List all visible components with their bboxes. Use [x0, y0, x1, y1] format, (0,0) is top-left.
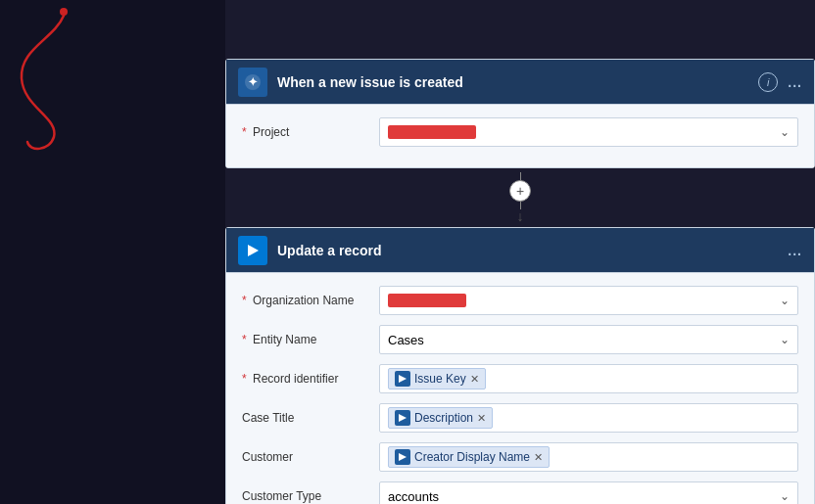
trigger-card-header: ✦ When a new issue is created i ... [226, 60, 814, 105]
description-tag-close[interactable]: ✕ [477, 413, 486, 424]
trigger-icon-svg: ✦ [244, 73, 262, 91]
description-tag: Description ✕ [388, 407, 493, 429]
issue-key-tag: Issue Key ✕ [388, 368, 486, 389]
trigger-header-actions: i ... [758, 72, 802, 92]
case-title-field[interactable]: Description ✕ [379, 403, 798, 433]
creator-display-name-tag-label: Creator Display Name [414, 450, 530, 464]
issue-key-tag-close[interactable]: ✕ [470, 374, 479, 385]
org-name-label: * Organization Name [242, 294, 379, 307]
entity-name-label: * Entity Name [242, 333, 379, 346]
org-name-chevron-icon: ⌄ [780, 294, 790, 307]
description-tag-label: Description [414, 411, 473, 425]
action-card-title: Update a record [277, 243, 788, 258]
entity-name-dropdown[interactable]: Cases ⌄ [379, 325, 798, 354]
issue-key-tag-icon [395, 371, 410, 387]
project-dropdown[interactable]: ⌄ [379, 117, 798, 147]
plus-icon: + [516, 183, 524, 199]
action-header-actions: ... [788, 243, 802, 258]
svg-marker-5 [399, 414, 407, 422]
arrow-icon: ↓ [517, 209, 524, 223]
record-identifier-row: * Record identifier Issue Key ✕ [242, 363, 798, 394]
customer-type-label: Customer Type [242, 489, 379, 503]
issue-key-tag-label: Issue Key [414, 372, 466, 386]
creator-display-name-tag: Creator Display Name ✕ [388, 446, 550, 468]
creator-display-name-tag-close[interactable]: ✕ [534, 452, 543, 463]
project-redacted-value [388, 125, 476, 139]
customer-type-dropdown[interactable]: accounts ⌄ [379, 481, 798, 504]
entity-name-chevron-icon: ⌄ [780, 333, 790, 346]
org-name-redacted-value [388, 294, 466, 307]
project-chevron-icon: ⌄ [780, 125, 790, 139]
action-card-body: * Organization Name ⌄ * Entity Name Case… [226, 273, 814, 504]
svg-marker-3 [248, 245, 259, 256]
org-name-dropdown[interactable]: ⌄ [379, 286, 798, 315]
info-icon: i [767, 76, 769, 88]
trigger-icon: ✦ [238, 68, 267, 97]
org-name-row: * Organization Name ⌄ [242, 285, 798, 316]
customer-field[interactable]: Creator Display Name ✕ [379, 442, 798, 472]
main-content: ✦ When a new issue is created i ... * Pr… [225, 59, 815, 504]
doodle-panel [0, 0, 225, 504]
trigger-card: ✦ When a new issue is created i ... * Pr… [225, 59, 815, 168]
entity-name-row: * Entity Name Cases ⌄ [242, 324, 798, 355]
creator-display-name-tag-icon [395, 449, 410, 465]
project-required-star: * [242, 125, 247, 139]
svg-marker-6 [399, 453, 407, 461]
trigger-info-button[interactable]: i [758, 72, 778, 92]
svg-text:✦: ✦ [248, 75, 258, 89]
add-step-button[interactable]: + [509, 180, 531, 202]
action-card: Update a record ... * Organization Name … [225, 227, 815, 504]
record-identifier-field[interactable]: Issue Key ✕ [379, 364, 798, 393]
entity-name-value: Cases [388, 333, 424, 347]
customer-type-row: Customer Type accounts ⌄ [242, 481, 798, 504]
action-more-button[interactable]: ... [788, 243, 802, 258]
action-card-header: Update a record ... [226, 228, 814, 273]
connector: + ↓ [225, 172, 815, 223]
customer-type-value: accounts [388, 489, 439, 504]
record-identifier-label: * Record identifier [242, 372, 379, 386]
doodle-svg [0, 0, 225, 504]
connector-line-top [520, 172, 521, 180]
case-title-row: Case Title Description ✕ [242, 402, 798, 434]
case-title-label: Case Title [242, 411, 379, 425]
action-icon-svg [244, 242, 262, 259]
project-label: * Project [242, 125, 379, 139]
project-row: * Project ⌄ [242, 116, 798, 148]
trigger-card-body: * Project ⌄ [226, 105, 814, 167]
customer-row: Customer Creator Display Name ✕ [242, 441, 798, 473]
customer-type-chevron-icon: ⌄ [780, 489, 790, 503]
action-icon [238, 236, 267, 265]
description-tag-icon [395, 410, 410, 426]
trigger-card-title: When a new issue is created [277, 74, 758, 90]
trigger-more-button[interactable]: ... [788, 74, 802, 90]
customer-label: Customer [242, 450, 379, 464]
svg-marker-4 [399, 375, 407, 383]
